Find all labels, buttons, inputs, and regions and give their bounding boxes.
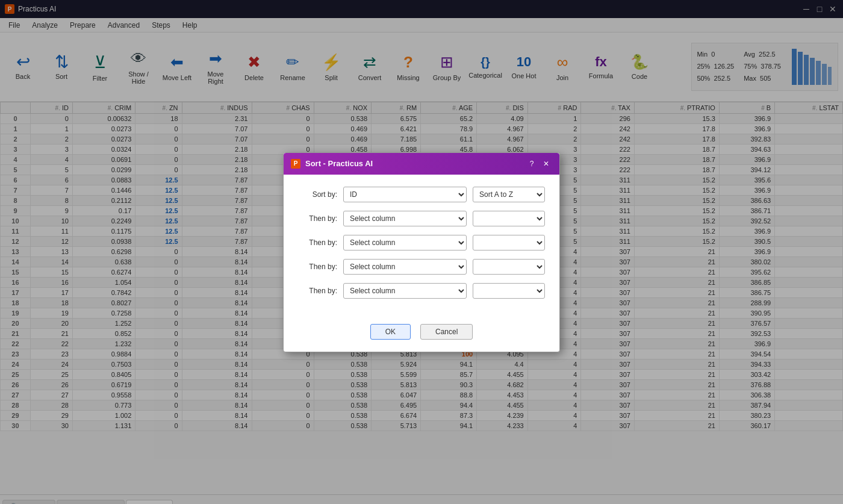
modal-body: Sort by: ID CRIM ZN INDUS Sort A to Z So… [284, 175, 559, 319]
then-by-row-4: Then by: Select column [298, 283, 545, 299]
modal-titlebar: P Sort - Practicus AI ? ✕ [284, 153, 559, 175]
then-by-col-3[interactable]: Select column [343, 259, 467, 275]
modal-titlebar-controls[interactable]: ? ✕ [526, 158, 552, 170]
then-by-order-3[interactable] [473, 259, 545, 275]
modal-close-button[interactable]: ✕ [540, 158, 552, 170]
then-by-label-4: Then by: [298, 287, 337, 295]
sort-by-row: Sort by: ID CRIM ZN INDUS Sort A to Z So… [298, 187, 545, 202]
modal-footer: OK Cancel [284, 319, 559, 352]
then-by-order-1[interactable] [473, 211, 545, 226]
then-by-row-3: Then by: Select column [298, 259, 545, 275]
then-by-order-2[interactable] [473, 235, 545, 250]
modal-app-icon: P [291, 159, 300, 169]
then-by-label-3: Then by: [298, 263, 337, 271]
sort-column-select[interactable]: ID CRIM ZN INDUS [343, 187, 467, 202]
sort-order-select[interactable]: Sort A to Z Sort Z to A [473, 187, 545, 202]
then-by-row-2: Then by: Select column [298, 235, 545, 250]
then-by-row-1: Then by: Select column [298, 211, 545, 226]
then-by-label-2: Then by: [298, 238, 337, 247]
cancel-button[interactable]: Cancel [420, 324, 473, 340]
then-by-col-1[interactable]: Select column [343, 211, 467, 226]
ok-button[interactable]: OK [370, 324, 411, 340]
modal-help-button[interactable]: ? [526, 158, 538, 170]
sort-modal: P Sort - Practicus AI ? ✕ Sort by: ID CR… [283, 152, 560, 352]
then-by-order-4[interactable] [473, 283, 545, 299]
then-by-col-4[interactable]: Select column [343, 283, 467, 299]
modal-overlay: P Sort - Practicus AI ? ✕ Sort by: ID CR… [0, 0, 843, 504]
modal-title-left: P Sort - Practicus AI [291, 159, 373, 169]
then-by-col-2[interactable]: Select column [343, 235, 467, 250]
modal-title: Sort - Practicus AI [305, 159, 373, 168]
then-by-label-1: Then by: [298, 214, 337, 223]
sort-by-label: Sort by: [298, 190, 337, 199]
